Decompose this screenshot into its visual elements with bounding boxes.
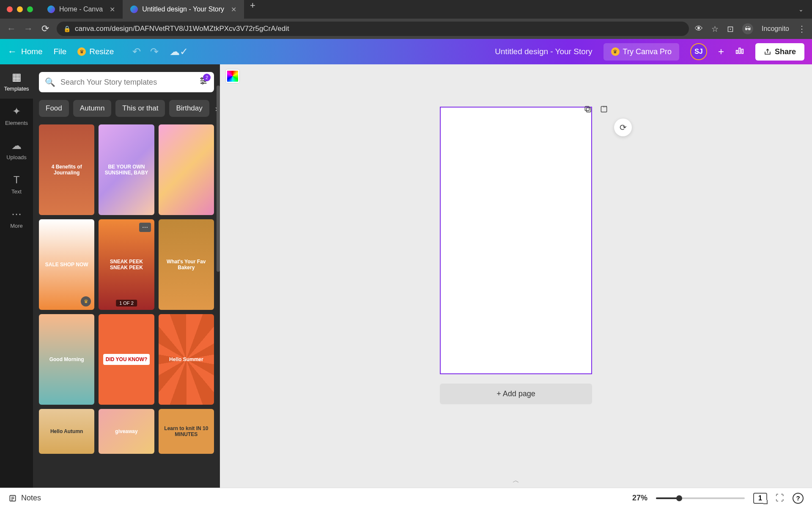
document-title[interactable]: Untitled design - Your Story <box>495 47 592 56</box>
panel-scrollbar[interactable] <box>217 86 220 272</box>
reload-button[interactable]: ⟳ <box>40 23 51 34</box>
regenerate-button[interactable]: ⟳ <box>614 119 632 136</box>
notes-icon <box>8 494 17 502</box>
resize-label: Resize <box>89 47 114 56</box>
notes-label: Notes <box>21 494 41 502</box>
forward-button[interactable]: → <box>23 23 34 34</box>
back-button[interactable]: ← <box>6 23 17 34</box>
chip-food[interactable]: Food <box>39 100 69 117</box>
template-card[interactable]: BE YOUR OWN SUNSHINE, BABY <box>99 124 154 215</box>
extensions-icon[interactable]: ⊡ <box>727 24 734 34</box>
collapse-bottom-icon[interactable]: ︿ <box>513 476 519 485</box>
more-icon: ⋯ <box>11 208 22 220</box>
undo-redo-group: ↶ ↷ <box>132 46 159 58</box>
page-canvas[interactable] <box>440 107 592 374</box>
template-card[interactable]: DID YOU KNOW? <box>99 314 154 405</box>
background-color-picker[interactable] <box>226 69 239 83</box>
template-card[interactable]: SALE SHOP NOW♛ <box>39 219 94 310</box>
filter-icon[interactable]: 2 <box>199 76 208 88</box>
tab-untitled-design[interactable]: Untitled design - Your Story ✕ <box>123 0 244 19</box>
template-card[interactable]: Hello Autumn <box>39 409 94 454</box>
chrome-menu-icon[interactable]: ⋮ <box>798 24 806 34</box>
template-card[interactable]: Learn to knit IN 10 MINUTES <box>159 409 214 454</box>
help-button[interactable]: ? <box>793 493 804 504</box>
svg-rect-9 <box>587 108 591 112</box>
chip-birthday[interactable]: Birthday <box>169 100 209 117</box>
add-page-icon[interactable] <box>600 105 608 116</box>
resize-button[interactable]: ♛ Resize <box>77 47 114 56</box>
template-search[interactable]: 🔍 2 <box>39 72 214 92</box>
zoom-slider-knob[interactable] <box>676 495 682 501</box>
zoom-slider[interactable] <box>656 497 745 499</box>
svg-rect-1 <box>739 48 741 54</box>
crown-icon: ♛ <box>611 47 620 56</box>
rail-label: Elements <box>5 120 28 126</box>
tab-title: Home - Canva <box>59 6 103 13</box>
search-input[interactable] <box>60 78 194 87</box>
page-count-value: 1 <box>758 494 762 502</box>
rail-elements[interactable]: ✦Elements <box>0 99 33 133</box>
template-card[interactable]: What's Your Fav Bakery <box>159 219 214 310</box>
tab-dropdown-icon[interactable]: ⌄ <box>790 6 812 13</box>
user-avatar[interactable]: SJ <box>690 43 707 60</box>
add-user-button[interactable]: + <box>718 46 724 58</box>
share-button[interactable]: Share <box>755 43 804 61</box>
cloud-sync-icon[interactable]: ☁✓ <box>170 46 188 58</box>
page-tools <box>584 105 608 116</box>
duplicate-page-icon[interactable] <box>584 105 592 116</box>
redo-button[interactable]: ↷ <box>150 46 159 58</box>
zoom-percentage[interactable]: 27% <box>632 494 647 502</box>
home-button[interactable]: ← Home <box>8 46 43 57</box>
try-pro-button[interactable]: ♛ Try Canva Pro <box>604 43 679 61</box>
canva-favicon-icon <box>47 6 55 13</box>
template-card[interactable]: Good Morning <box>39 314 94 405</box>
rail-more[interactable]: ⋯More <box>0 202 33 236</box>
template-card[interactable]: ⋯ SNEAK PEEK SNEAK PEEK 1 OF 2 <box>99 219 154 310</box>
rail-uploads[interactable]: ☁Uploads <box>0 133 33 167</box>
app-toolbar: ← Home File ♛ Resize ↶ ↷ ☁✓ Untitled des… <box>0 39 812 64</box>
template-card[interactable]: 4 Benefits of Journaling <box>39 124 94 215</box>
incognito-icon[interactable]: 🕶 <box>742 23 753 34</box>
premium-crown-icon: ♛ <box>81 296 91 306</box>
minimize-window-icon[interactable] <box>17 6 23 12</box>
rail-text[interactable]: TText <box>0 167 33 202</box>
tab-title: Untitled design - Your Story <box>142 6 224 13</box>
close-window-icon[interactable] <box>7 6 13 12</box>
address-bar[interactable]: 🔒 canva.com/design/DAFNVetRTV8/J1WoMZtkP… <box>57 22 689 36</box>
undo-button[interactable]: ↶ <box>132 46 141 58</box>
card-menu-icon[interactable]: ⋯ <box>139 223 151 232</box>
template-card[interactable]: Hello Summer <box>159 314 214 405</box>
analytics-icon[interactable] <box>735 46 744 58</box>
elements-icon: ✦ <box>12 105 21 117</box>
templates-icon: ▦ <box>12 71 22 83</box>
star-icon[interactable]: ☆ <box>711 24 719 34</box>
template-label: BE YOUR OWN SUNSHINE, BABY <box>102 164 151 176</box>
rail-templates[interactable]: ▦Templates <box>0 64 33 99</box>
bottom-bar: Notes 27% 1 ⛶ ? <box>0 488 812 508</box>
page-count[interactable]: 1 <box>753 493 767 504</box>
svg-point-8 <box>202 83 203 84</box>
template-label: 4 Benefits of Journaling <box>42 164 91 176</box>
add-page-button[interactable]: + Add page <box>440 384 592 404</box>
close-tab-icon[interactable]: ✕ <box>231 6 236 14</box>
svg-rect-10 <box>585 106 589 110</box>
window-controls <box>0 6 40 12</box>
fullscreen-icon[interactable]: ⛶ <box>776 493 784 503</box>
maximize-window-icon[interactable] <box>27 6 33 12</box>
notes-button[interactable]: Notes <box>8 494 41 502</box>
eye-icon[interactable]: 👁 <box>695 24 703 33</box>
close-tab-icon[interactable]: ✕ <box>110 6 115 14</box>
text-icon: T <box>14 174 20 186</box>
template-grid: 4 Benefits of Journaling BE YOUR OWN SUN… <box>39 124 214 454</box>
new-tab-button[interactable]: + <box>244 0 261 19</box>
file-menu[interactable]: File <box>54 47 67 56</box>
canva-favicon-icon <box>130 6 138 13</box>
svg-point-4 <box>201 78 203 80</box>
tab-home-canva[interactable]: Home - Canva ✕ <box>40 0 123 19</box>
share-icon <box>764 48 771 55</box>
svg-rect-0 <box>736 50 738 53</box>
chip-autumn[interactable]: Autumn <box>73 100 112 117</box>
chip-this-or-that[interactable]: This or that <box>115 100 165 117</box>
template-card[interactable] <box>159 124 214 215</box>
template-card[interactable]: giveaway <box>99 409 154 454</box>
